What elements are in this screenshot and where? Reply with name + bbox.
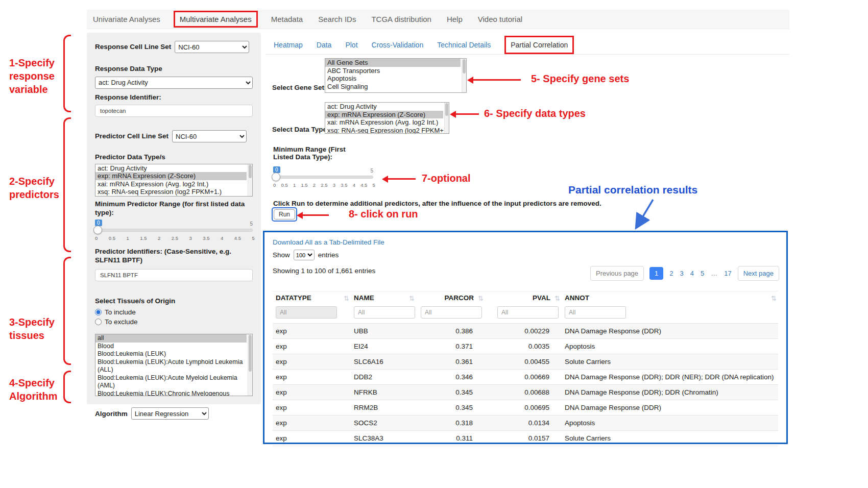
entries-per-page-select[interactable]: 100 — [294, 250, 315, 260]
nav-metadata[interactable]: Metadata — [271, 15, 303, 23]
nav-video-tutorial[interactable]: Video tutorial — [478, 15, 522, 23]
slider-handle[interactable] — [93, 226, 102, 234]
listbox-option[interactable]: xsq: RNA-seq Expression (log2 FPKM+1.) — [95, 188, 247, 196]
response-cell-line-set-select[interactable]: NCI-60 — [175, 41, 249, 53]
page-button-1[interactable]: 1 — [649, 267, 663, 280]
tab-plot[interactable]: Plot — [345, 41, 357, 49]
sort-icon[interactable]: ⇅ — [771, 294, 777, 302]
min-range-slider[interactable]: 0 5 00.511.522.533.544.55 — [273, 166, 373, 189]
scrollbar[interactable] — [444, 103, 449, 133]
page-button-5[interactable]: 5 — [700, 267, 705, 279]
nav-univariate-analyses[interactable]: Univariate Analyses — [93, 15, 160, 23]
scrollbar[interactable] — [248, 164, 252, 196]
listbox-option[interactable]: xsq: RNA-seq Expression (log2 FPKM+1.) — [325, 127, 443, 134]
page-button-3[interactable]: 3 — [680, 267, 684, 279]
response-identifier-input[interactable] — [95, 105, 253, 117]
table-row[interactable]: exp DDB2 0.346 0.00669 DNA Damage Respon… — [273, 370, 778, 385]
sidebar: Response Cell Line Set NCI-60 Response D… — [87, 33, 261, 404]
tab-partial-correlation[interactable]: Partial Correlation — [511, 41, 568, 49]
gene-sets-listbox[interactable]: All Gene Sets ABC Transporters Apoptosis… — [325, 58, 467, 93]
download-all-link[interactable]: Download All as a Tab-Delimited File — [273, 238, 384, 246]
algorithm-select[interactable]: Linear Regression — [131, 407, 209, 420]
column-header-parcor[interactable]: PARCOR⇅ — [416, 291, 485, 305]
tab-technical-details[interactable]: Technical Details — [437, 41, 491, 49]
tissue-include-radio[interactable] — [95, 309, 102, 315]
listbox-option[interactable]: Cell Signaling — [325, 83, 461, 91]
listbox-option[interactable]: Blood:Leukemia (LEUK):Acute Lymphoid Leu… — [95, 358, 247, 374]
page-button-4[interactable]: 4 — [690, 267, 694, 279]
listbox-option[interactable]: Blood:Leukemia (LEUK):Chronic Myelogenou… — [95, 390, 247, 397]
listbox-option[interactable]: xai: mRNA Expression (Avg. log2 Int.) — [325, 118, 443, 127]
filter-pval-input[interactable] — [497, 306, 559, 319]
slider-tick-label: 5 — [373, 182, 375, 188]
predictor-identifiers-input[interactable] — [95, 269, 253, 281]
listbox-option[interactable]: Apoptosis — [325, 75, 461, 83]
data-types-listbox[interactable]: act: Drug Activity exp: mRNA Expression … — [325, 102, 449, 134]
scrollbar[interactable] — [462, 59, 466, 92]
column-header-datatype[interactable]: DATATYPE⇅ — [273, 291, 351, 305]
page-button-2[interactable]: 2 — [669, 267, 673, 279]
scrollbar-thumb[interactable] — [463, 59, 466, 74]
slider-track[interactable] — [95, 229, 253, 232]
min-predictor-range-slider[interactable]: 0 5 00.511.522.533.544.55 — [95, 219, 253, 242]
tab-heatmap[interactable]: Heatmap — [274, 41, 303, 49]
listbox-option-selected[interactable]: All Gene Sets — [325, 59, 461, 67]
filter-parcor-input[interactable] — [421, 306, 482, 319]
listbox-option[interactable]: act: Drug Activity — [325, 103, 443, 111]
listbox-option-selected[interactable]: exp: mRNA Expression (Z-Score) — [95, 172, 247, 180]
table-row[interactable]: exp EI24 0.371 0.0035 Apoptosis — [273, 339, 778, 354]
listbox-option-selected[interactable]: all — [95, 334, 247, 343]
page-button-17[interactable]: 17 — [724, 267, 732, 279]
predictor-cell-line-set-select[interactable]: NCI-60 — [172, 130, 247, 142]
table-row[interactable]: exp SOCS2 0.318 0.0134 Apoptosis — [273, 416, 778, 431]
filter-datatype-input[interactable] — [276, 306, 337, 319]
cell-parcor: 0.318 — [416, 416, 485, 431]
run-button[interactable]: Run — [274, 209, 295, 219]
nav-help[interactable]: Help — [447, 15, 463, 23]
tissue-exclude-option[interactable]: To exclude — [95, 318, 253, 326]
tissue-listbox[interactable]: all Blood Blood:Leukemia (LEUK) Blood:Le… — [95, 334, 253, 396]
listbox-option[interactable]: ABC Transporters — [325, 67, 461, 75]
nav-multivariate-analyses[interactable]: Multivariate Analyses — [174, 11, 258, 28]
scrollbar[interactable] — [248, 334, 252, 396]
tab-data[interactable]: Data — [317, 41, 332, 49]
listbox-option[interactable]: Blood — [95, 343, 247, 351]
listbox-option[interactable]: act: Drug Activity — [95, 164, 247, 173]
listbox-option[interactable]: Blood:Leukemia (LEUK):Acute Myeloid Leuk… — [95, 374, 247, 390]
slider-ticks: 00.511.522.533.544.55 — [95, 235, 255, 241]
filter-annot-input[interactable] — [565, 306, 626, 319]
predictor-data-types-listbox[interactable]: act: Drug Activity exp: mRNA Expression … — [95, 164, 253, 197]
sort-icon[interactable]: ⇅ — [409, 294, 415, 302]
sort-icon[interactable]: ⇅ — [478, 294, 484, 302]
response-data-type-select[interactable]: act: Drug Activity — [95, 77, 253, 89]
column-header-annot[interactable]: ANNOT⇅ — [562, 291, 778, 305]
sort-icon[interactable]: ⇅ — [554, 294, 560, 302]
scrollbar-thumb[interactable] — [249, 165, 252, 178]
table-row[interactable]: exp RRM2B 0.345 0.00695 DNA Damage Respo… — [273, 400, 778, 416]
nav-tcga-distribution[interactable]: TCGA distribution — [371, 15, 431, 23]
slider-tick-label: 2.5 — [321, 182, 327, 188]
slider-track[interactable] — [273, 176, 373, 179]
table-row[interactable]: exp SLC6A16 0.361 0.00455 Solute Carrier… — [273, 354, 778, 370]
slider-handle[interactable] — [272, 173, 280, 181]
table-row[interactable]: exp SLC38A3 0.311 0.0157 Solute Carriers — [273, 431, 778, 446]
scrollbar-thumb[interactable] — [445, 103, 448, 116]
listbox-option[interactable]: Blood:Leukemia (LEUK) — [95, 350, 247, 358]
table-header-row: DATATYPE⇅ NAME⇅ PARCOR⇅ PVAL⇅ ANNOT⇅ — [273, 291, 778, 305]
tissue-include-option[interactable]: To include — [95, 308, 253, 316]
next-page-button[interactable]: Next page — [738, 266, 779, 281]
table-row[interactable]: exp UBB 0.386 0.00229 DNA Damage Respons… — [273, 324, 778, 339]
column-header-name[interactable]: NAME⇅ — [351, 291, 416, 305]
select-data-types-label: Select Data Types — [272, 126, 331, 133]
scrollbar-thumb[interactable] — [249, 335, 252, 372]
table-row[interactable]: exp NFRKB 0.345 0.00688 DNA Damage Respo… — [273, 385, 778, 400]
column-header-pval[interactable]: PVAL⇅ — [485, 291, 562, 305]
listbox-option-selected[interactable]: exp: mRNA Expression (Z-Score) — [325, 111, 443, 119]
tissue-exclude-radio[interactable] — [95, 319, 102, 325]
filter-name-input[interactable] — [354, 306, 415, 319]
tab-cross-validation[interactable]: Cross-Validation — [372, 41, 424, 49]
sort-icon[interactable]: ⇅ — [344, 294, 349, 302]
previous-page-button[interactable]: Previous page — [590, 266, 644, 281]
nav-search-ids[interactable]: Search IDs — [318, 15, 356, 23]
listbox-option[interactable]: xai: mRNA Expression (Avg. log2 Int.) — [95, 180, 247, 188]
